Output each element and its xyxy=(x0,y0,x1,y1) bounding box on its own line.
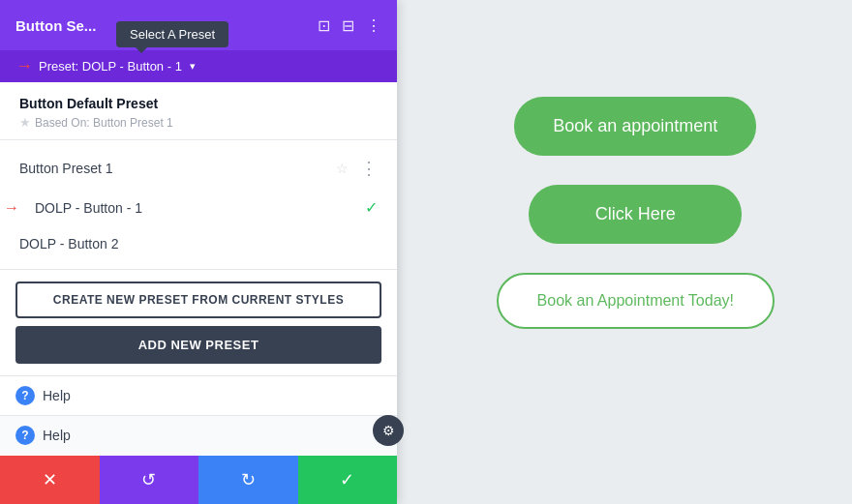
settings-icon: ⚙ xyxy=(382,423,395,438)
panel-title: Button Se... xyxy=(15,17,96,34)
based-on-text: Based On: Button Preset 1 xyxy=(35,116,173,130)
preset-star-icon[interactable]: ☆ xyxy=(336,161,349,176)
preset-check-icon: ✓ xyxy=(365,198,378,217)
create-preset-button[interactable]: CREATE NEW PRESET FROM CURRENT STYLES xyxy=(15,282,381,318)
preview-button-2[interactable]: Click Here xyxy=(529,185,742,244)
action-buttons: CREATE NEW PRESET FROM CURRENT STYLES AD… xyxy=(0,270,397,375)
footer-toolbar: ✕ ↺ ↻ ✓ xyxy=(0,456,397,504)
default-preset-section: Button Default Preset ★ Based On: Button… xyxy=(0,82,397,140)
undo-button[interactable]: ↺ xyxy=(100,456,199,504)
preset-item-left: DOLP - Button - 1 xyxy=(35,200,142,216)
expand-icon[interactable]: ⊡ xyxy=(318,16,330,35)
list-item[interactable]: → DOLP - Button - 1 ✓ xyxy=(0,189,397,226)
cancel-button[interactable]: ✕ xyxy=(0,456,100,504)
preview-button-3[interactable]: Book an Appointment Today! xyxy=(497,273,775,329)
settings-panel: Select A Preset Button Se... ⊡ ⊟ ⋮ → Pre… xyxy=(0,0,397,504)
preset-bar[interactable]: → Preset: DOLP - Button - 1 ▾ xyxy=(0,50,397,82)
more-icon[interactable]: ⋮ xyxy=(366,16,381,35)
preset-caret-icon: ▾ xyxy=(190,60,196,73)
preview-area: Book an appointment Click Here Book an A… xyxy=(497,97,775,329)
preset-list: Button Preset 1 ☆ ⋮ → DOLP - Button - 1 … xyxy=(0,140,397,270)
preset-item-left: DOLP - Button 2 xyxy=(19,236,118,252)
columns-icon[interactable]: ⊟ xyxy=(342,16,354,35)
help-icon: ? xyxy=(15,386,35,405)
settings-fab[interactable]: ⚙ xyxy=(373,415,404,446)
redo-button[interactable]: ↻ xyxy=(198,456,298,504)
based-on-star-icon: ★ xyxy=(19,115,31,130)
dropdown-content: Button Default Preset ★ Based On: Button… xyxy=(0,82,397,504)
default-preset-title: Button Default Preset xyxy=(19,96,378,111)
red-arrow-preset-icon: → xyxy=(4,199,19,217)
bottom-help-text[interactable]: Help xyxy=(43,428,71,443)
help-section: ? Help xyxy=(0,375,397,415)
help-text[interactable]: Help xyxy=(43,388,71,403)
add-preset-button[interactable]: ADD NEW PRESET xyxy=(15,326,381,364)
bottom-help-section: ? Help xyxy=(0,415,397,455)
confirm-button[interactable]: ✓ xyxy=(298,456,398,504)
preset-name: Button Preset 1 xyxy=(19,161,113,176)
preset-name: DOLP - Button 2 xyxy=(19,236,118,252)
list-item[interactable]: DOLP - Button 2 xyxy=(0,226,397,261)
based-on: ★ Based On: Button Preset 1 xyxy=(19,115,378,130)
preset-dots-icon[interactable]: ⋮ xyxy=(360,158,378,179)
preset-name: DOLP - Button - 1 xyxy=(35,200,142,216)
preview-button-1[interactable]: Book an appointment xyxy=(514,97,756,156)
red-arrow-icon: → xyxy=(15,56,33,76)
list-item[interactable]: Button Preset 1 ☆ ⋮ xyxy=(0,148,397,189)
preset-item-left: Button Preset 1 xyxy=(19,161,113,176)
header-icons: ⊡ ⊟ ⋮ xyxy=(318,16,381,35)
preset-label: Preset: DOLP - Button - 1 xyxy=(39,59,182,74)
bottom-help-icon: ? xyxy=(15,426,35,445)
tooltip: Select A Preset xyxy=(116,21,228,47)
